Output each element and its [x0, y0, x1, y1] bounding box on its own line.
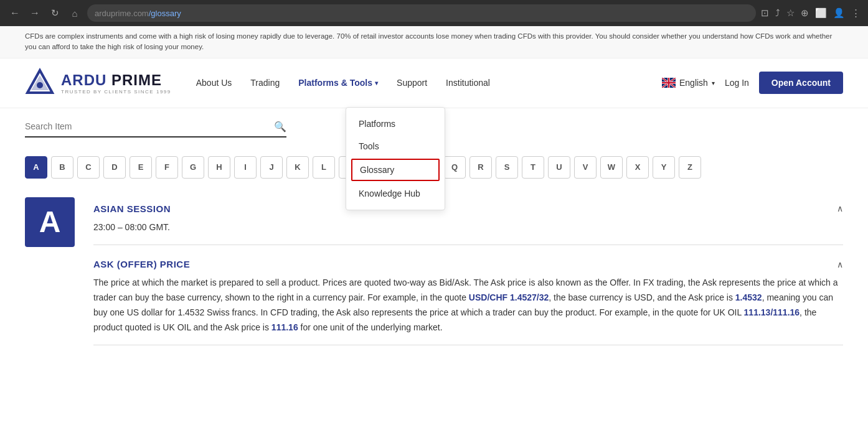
dropdown-item-platforms[interactable]: Platforms [346, 113, 445, 135]
logo-text: ARDU PRIME TRUSTED BY CLIENTS SINCE 1999 [61, 72, 171, 95]
alpha-btn-l[interactable]: L [313, 156, 335, 179]
nav-platforms-tools[interactable]: Platforms & Tools ▾ [298, 78, 378, 88]
language-label: English [679, 78, 708, 88]
extensions-icon[interactable]: ⊕ [801, 7, 809, 19]
dropdown-item-knowledge-hub[interactable]: Knowledge Hub [346, 182, 445, 205]
alpha-btn-k[interactable]: K [286, 156, 309, 179]
header: ARDU PRIME TRUSTED BY CLIENTS SINCE 1999… [0, 58, 868, 108]
back-button[interactable]: ← [7, 7, 22, 19]
share-icon[interactable]: ⤴ [775, 7, 780, 19]
browser-bar: ← → ↻ ⌂ arduprime.com /glossary ⊡ ⤴ ☆ ⊕ … [0, 0, 868, 26]
logo-icon [25, 68, 55, 98]
alpha-btn-b[interactable]: B [51, 156, 73, 179]
chevron-up-icon-asian: ∧ [837, 203, 843, 213]
nav-about-us[interactable]: About Us [196, 78, 232, 88]
alpha-btn-w[interactable]: W [600, 156, 623, 179]
logo-prime: PRIME [111, 72, 162, 88]
alpha-btn-a[interactable]: A [25, 156, 47, 179]
header-right: English ▾ Log In Open Account [662, 72, 843, 94]
alpha-btn-j[interactable]: J [260, 156, 283, 179]
search-input[interactable] [25, 121, 274, 131]
search-box: 🔍 [25, 121, 286, 138]
logo-name: ARDU PRIME [61, 72, 171, 89]
screenshot-icon[interactable]: ⊡ [761, 7, 769, 19]
svg-point-2 [37, 82, 43, 88]
highlight-text: 1.4532 [735, 292, 762, 302]
glossary-term-asian: ASIAN SESSION [93, 203, 171, 214]
refresh-button[interactable]: ↻ [47, 7, 62, 19]
log-in-button[interactable]: Log In [725, 78, 749, 88]
url-scheme: arduprime.com [95, 9, 149, 18]
glossary-content-ask: The price at which the market is prepare… [93, 276, 843, 345]
alpha-btn-u[interactable]: U [548, 156, 570, 179]
content-text: , the base currency is USD, and the Ask … [549, 292, 735, 302]
warning-banner: CFDs are complex instruments and come wi… [0, 26, 868, 58]
letter-block: A ASIAN SESSION ∧ 23:00 – 08:00 GMT. ASK… [25, 197, 843, 353]
search-icon[interactable]: 🔍 [274, 121, 286, 133]
main-nav: About Us Trading Platforms & Tools ▾ Sup… [196, 78, 662, 88]
platforms-tools-dropdown: Platforms Tools Glossary Knowledge Hub [346, 107, 445, 210]
nav-support[interactable]: Support [397, 78, 427, 88]
url-path: /glossary [149, 9, 181, 18]
lang-chevron-icon: ▾ [712, 80, 715, 86]
highlight-text: USD/CHF 1.4527/32 [469, 292, 549, 302]
forward-button[interactable]: → [27, 7, 42, 19]
glossary-entries: ASIAN SESSION ∧ 23:00 – 08:00 GMT. ASK (… [93, 197, 843, 353]
logo-ardu: ARDU [61, 72, 106, 88]
highlight-text: 111.13/111.16 [744, 307, 800, 317]
nav-institutional[interactable]: Institutional [446, 78, 490, 88]
flag-icon [662, 78, 676, 88]
alpha-btn-t[interactable]: T [522, 156, 544, 179]
alpha-btn-d[interactable]: D [103, 156, 126, 179]
glossary-term-ask: ASK (OFFER) PRICE [93, 259, 190, 269]
highlight-text: 111.16 [271, 322, 298, 332]
alpha-btn-i[interactable]: I [234, 156, 257, 179]
alpha-btn-c[interactable]: C [77, 156, 100, 179]
alpha-btn-y[interactable]: Y [653, 156, 675, 179]
alpha-btn-h[interactable]: H [208, 156, 230, 179]
alpha-btn-v[interactable]: V [574, 156, 597, 179]
chevron-up-icon-ask: ∧ [837, 259, 843, 269]
alpha-btn-e[interactable]: E [130, 156, 152, 179]
alpha-btn-s[interactable]: S [496, 156, 518, 179]
open-account-button[interactable]: Open Account [759, 72, 843, 94]
warning-text: CFDs are complex instruments and come wi… [25, 32, 832, 50]
content-text: for one unit of the underlying market. [298, 322, 443, 332]
alpha-btn-z[interactable]: Z [679, 156, 701, 179]
menu-icon[interactable]: ⋮ [851, 7, 861, 19]
letter-badge: A [25, 197, 75, 247]
nav-trading[interactable]: Trading [250, 78, 280, 88]
alpha-btn-f[interactable]: F [156, 156, 178, 179]
glossary-entry-header-ask[interactable]: ASK (OFFER) PRICE ∧ [93, 253, 843, 276]
glossary-content-asian: 23:00 – 08:00 GMT. [93, 220, 843, 245]
home-button[interactable]: ⌂ [67, 8, 82, 19]
language-selector[interactable]: English ▾ [662, 78, 715, 88]
logo[interactable]: ARDU PRIME TRUSTED BY CLIENTS SINCE 1999 [25, 68, 171, 98]
bookmark-icon[interactable]: ☆ [786, 7, 795, 19]
alpha-btn-r[interactable]: R [469, 156, 492, 179]
alpha-btn-g[interactable]: G [182, 156, 204, 179]
profile-icon[interactable]: 👤 [833, 7, 845, 19]
logo-tagline: TRUSTED BY CLIENTS SINCE 1999 [61, 89, 171, 95]
glossary-entry-header-asian[interactable]: ASIAN SESSION ∧ [93, 197, 843, 220]
alpha-btn-q[interactable]: Q [443, 156, 466, 179]
browser-icons: ⊡ ⤴ ☆ ⊕ ⬜ 👤 ⋮ [761, 7, 861, 19]
glossary-entry-asian-session: ASIAN SESSION ∧ 23:00 – 08:00 GMT. [93, 197, 843, 246]
tablet-icon[interactable]: ⬜ [815, 7, 827, 19]
glossary-entry-ask-price: ASK (OFFER) PRICE ∧ The price at which t… [93, 253, 843, 345]
dropdown-item-tools[interactable]: Tools [346, 135, 445, 157]
dropdown-item-glossary[interactable]: Glossary [351, 159, 440, 181]
address-bar[interactable]: arduprime.com /glossary [87, 4, 756, 22]
alpha-btn-x[interactable]: X [626, 156, 649, 179]
chevron-down-icon: ▾ [375, 80, 378, 86]
